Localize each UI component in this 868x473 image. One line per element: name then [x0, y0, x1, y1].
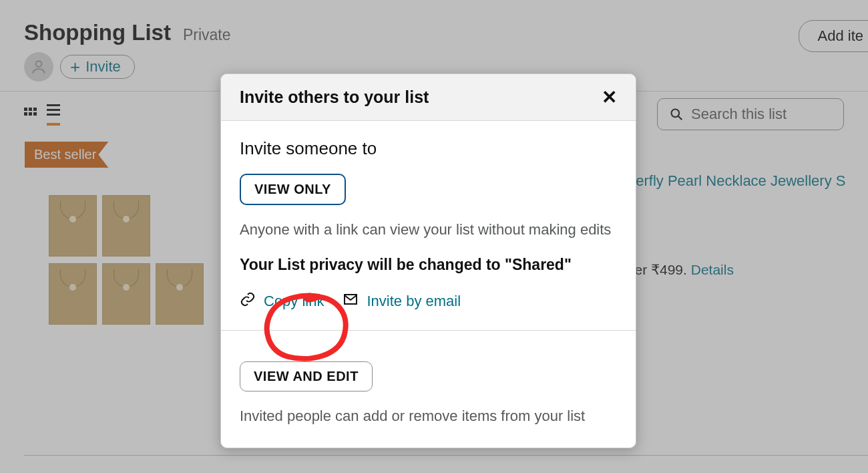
- copy-link-label: Copy link: [264, 293, 324, 310]
- privacy-change-note: Your List privacy will be changed to "Sh…: [240, 256, 617, 274]
- modal-body: Invite someone to VIEW ONLY Anyone with …: [221, 121, 636, 448]
- modal-lead: Invite someone to: [240, 138, 617, 159]
- view-and-edit-button[interactable]: VIEW AND EDIT: [240, 361, 373, 391]
- copy-link-button[interactable]: Copy link: [240, 291, 324, 311]
- modal-header: Invite others to your list ✕: [221, 74, 636, 121]
- invite-modal: Invite others to your list ✕ Invite some…: [220, 73, 636, 448]
- view-only-button[interactable]: VIEW ONLY: [240, 174, 346, 205]
- link-icon: [240, 291, 256, 311]
- invite-by-email-button[interactable]: Invite by email: [343, 291, 461, 311]
- modal-title: Invite others to your list: [240, 88, 429, 107]
- mail-icon: [343, 291, 359, 311]
- close-icon[interactable]: ✕: [602, 88, 617, 107]
- view-only-desc: Anyone with a link can view your list wi…: [240, 218, 617, 241]
- invite-email-label: Invite by email: [367, 293, 461, 310]
- page-root: Shopping List Private + Invite Add ite: [0, 0, 868, 473]
- view-edit-desc: Invited people can add or remove items f…: [240, 405, 617, 428]
- modal-separator: [221, 330, 636, 331]
- share-row: Copy link Invite by email: [240, 291, 617, 311]
